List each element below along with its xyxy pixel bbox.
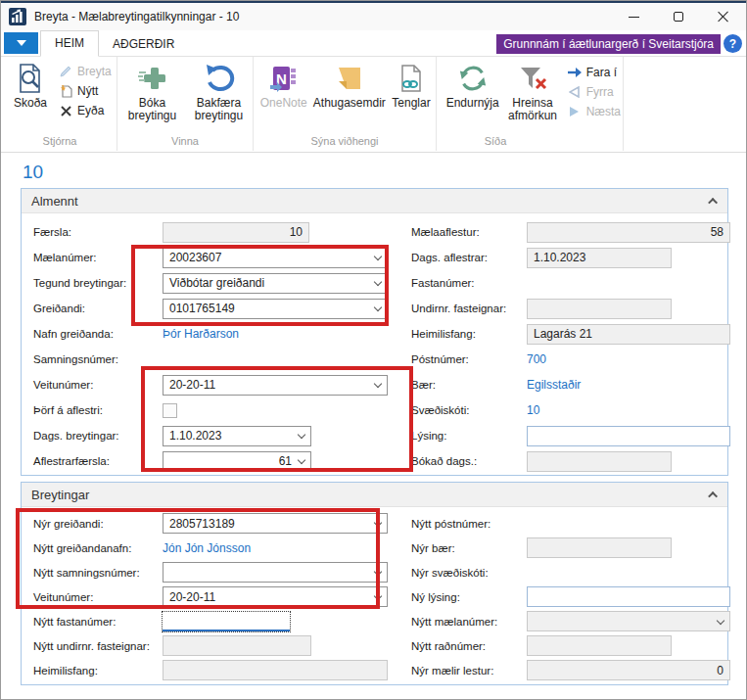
new-document-icon xyxy=(58,83,73,99)
aflestrarfaersla-dropdown[interactable]: 61 xyxy=(163,451,311,472)
section-header-breytingar[interactable]: Breytingar xyxy=(22,483,727,507)
veitunumer-dropdown[interactable]: 20-20-11 xyxy=(163,375,388,396)
undirnr-fasteignar-field xyxy=(527,299,672,319)
page-title: 10 xyxy=(23,162,728,183)
maelanumer-dropdown[interactable]: 20023607 xyxy=(163,248,388,268)
group-label-vinna: Vinna xyxy=(117,134,253,151)
close-button[interactable] xyxy=(701,3,746,30)
tab-adgerdir[interactable]: AÐGERÐIR xyxy=(99,32,188,57)
athugasemdir-button[interactable]: Athugasemdir xyxy=(312,60,388,134)
fyrra-button: Fyrra xyxy=(567,84,621,100)
group-label-stjorna: Stjórna xyxy=(3,134,117,151)
breyta-button: Breyta xyxy=(58,64,112,79)
field-row-faersla: Færsla:10 xyxy=(33,219,388,245)
hreinsa-afmorkun-button[interactable]: Hreinsa afmörkun xyxy=(504,60,560,134)
nafn-greidanda-link[interactable]: Þór Harðarson xyxy=(163,327,239,341)
tegund-breytingar-dropdown[interactable]: Viðbótar greiðandi xyxy=(163,273,388,294)
nytt-button[interactable]: Nýtt xyxy=(58,83,112,99)
section-header-almennt[interactable]: Almennt xyxy=(22,189,727,213)
go-to-arrow-icon xyxy=(567,65,583,80)
ny-lysing-input[interactable] xyxy=(527,586,730,607)
baer-link[interactable]: Egilsstaðir xyxy=(527,378,581,392)
field-row-nytt-postnumer: Nýtt póstnúmer: xyxy=(411,511,730,536)
boka-breytingu-button[interactable]: Bóka breytingu xyxy=(121,60,183,134)
field-row-thorf-a-aflestri: Þörf á aflestri: xyxy=(33,397,388,423)
maelaaflestur-field: 58 xyxy=(527,222,730,243)
field-row-nytt-greidandanafn: Nýtt greiðandanafn:Jón Jón Jónsson xyxy=(33,536,388,560)
clear-filter-icon xyxy=(518,64,547,93)
field-row-ny-lysing: Ný lýsing: xyxy=(411,584,730,609)
field-row-tegund-breytingar: Tegund breytingar:Viðbótar greiðandi xyxy=(33,270,388,296)
nytt-fastanumer-input-focused[interactable] xyxy=(163,612,290,631)
thorf-a-aflestri-checkbox[interactable] xyxy=(163,403,177,418)
field-row-nyr-baer: Nýr bær: xyxy=(411,536,730,560)
nytt-greidandanafn-link[interactable]: Jón Jón Jónsson xyxy=(163,541,251,555)
nyr-baer-field xyxy=(527,537,672,558)
group-label-sida: Síða xyxy=(437,134,554,151)
ribbon: Skoða Breyta Nýtt Eyða Stjórna xyxy=(1,57,746,153)
field-row-heimilisfang-breytingar: Heimilisfang: xyxy=(33,658,388,682)
post-change-plus-icon xyxy=(137,63,168,94)
title-bar: Breyta - Mælabreytingatilkynningar - 10 xyxy=(1,1,746,30)
field-row-svaediskoti: Svæðiskóti:10 xyxy=(411,397,730,423)
chevron-down-icon xyxy=(17,40,26,46)
field-row-dags-aflestrar: Dags. aflestrar:1.10.2023 xyxy=(411,245,730,270)
field-row-undirnr-fasteignar: Undirnr. fasteignar: xyxy=(411,296,730,321)
field-row-bokad-dags: Bókað dags.: xyxy=(411,448,730,474)
field-row-maelanumer: Mælanúmer:20023607 xyxy=(33,245,388,270)
skoda-button[interactable]: Skoða xyxy=(7,60,54,134)
greidandi-dropdown[interactable]: 0101765149 xyxy=(163,299,388,319)
chevron-down-icon xyxy=(298,456,305,464)
nytt-samningsnumer-dropdown[interactable] xyxy=(163,562,388,583)
close-icon xyxy=(718,11,729,23)
eyda-button[interactable]: Eyða xyxy=(58,103,112,118)
undo-arrow-icon xyxy=(204,63,235,94)
app-menu-button[interactable] xyxy=(4,32,38,54)
field-row-fastanumer: Fastanúmer: xyxy=(411,270,730,296)
lysing-input[interactable] xyxy=(527,426,730,446)
postnumer-link[interactable]: 700 xyxy=(527,352,546,366)
help-button[interactable]: ? xyxy=(724,34,742,53)
breytingar-left-column: Nýr greiðandi:2805713189 Nýtt greiðandan… xyxy=(33,511,388,682)
breytingar-right-column: Nýtt póstnúmer: Nýr bær: Nýr svæðiskóti:… xyxy=(411,511,730,682)
maximize-button[interactable] xyxy=(656,3,701,30)
bokad-dags-field xyxy=(527,451,672,472)
almennt-left-column: Færsla:10 Mælanúmer:20023607 Tegund brey… xyxy=(33,219,388,474)
heimilisfang-field: Lagarás 21 xyxy=(527,324,730,345)
chevron-down-icon xyxy=(374,518,382,526)
ribbon-group-stjorna: Skoða Breyta Nýtt Eyða Stjórna xyxy=(3,57,117,151)
minimize-button[interactable] xyxy=(611,3,656,30)
onenote-icon: N xyxy=(269,64,299,93)
next-triangle-icon xyxy=(567,104,583,119)
field-row-nytt-samningsnumer: Nýtt samningsnúmer: xyxy=(33,560,388,584)
window-title: Breyta - Mælabreytingatilkynningar - 10 xyxy=(34,10,611,23)
field-row-veitunumer: Veitunúmer:20-20-11 xyxy=(33,372,388,397)
field-row-nytt-radnumer: Nýtt raðnúmer: xyxy=(411,633,730,658)
field-row-baer: Bær:Egilsstaðir xyxy=(411,372,730,397)
minimize-icon xyxy=(629,17,639,18)
svaediskoti-link[interactable]: 10 xyxy=(527,403,539,417)
field-row-greidandi: Greiðandi:0101765149 xyxy=(33,296,388,321)
collapse-chevron-icon[interactable] xyxy=(708,490,718,500)
dags-breytingar-dropdown[interactable]: 1.10.2023 xyxy=(163,426,311,446)
nytt-radnumer-field xyxy=(527,635,672,656)
links-document-icon xyxy=(398,64,424,93)
bakfaera-breytingu-button[interactable]: Bakfæra breytingu xyxy=(187,60,251,134)
note-icon xyxy=(336,65,363,92)
page-content: 10 Almennt Færsla:10 Mælanúmer:20023607 … xyxy=(1,153,746,685)
tenglar-button[interactable]: Tenglar xyxy=(389,60,434,134)
tab-heim[interactable]: HEIM xyxy=(40,30,99,57)
field-row-dags-breytingar: Dags. breytingar:1.10.2023 xyxy=(33,423,388,448)
heimilisfang-breytingar-field xyxy=(163,660,388,680)
section-title: Breytingar xyxy=(31,488,89,502)
field-row-nytt-undirnr-fasteignar: Nýtt undirnr. fasteignar: xyxy=(33,633,388,658)
veitunumer-breytingar-dropdown[interactable]: 20-20-11 xyxy=(163,586,388,607)
group-label-syna-vidhengi: Sýna viðhengi xyxy=(254,134,436,151)
field-row-aflestrarfaersla: Aflestrarfærsla:61 xyxy=(33,448,388,474)
endurnyja-button[interactable]: Endurnýja xyxy=(443,60,502,134)
field-row-nafn-greidanda: Nafn greiðanda:Þór Harðarson xyxy=(33,321,388,347)
collapse-chevron-icon[interactable] xyxy=(708,197,718,207)
fara-i-button[interactable]: Fara í xyxy=(567,65,621,80)
nyr-greidandi-dropdown[interactable]: 2805713189 xyxy=(163,513,388,534)
almennt-right-column: Mælaaflestur:58 Dags. aflestrar:1.10.202… xyxy=(411,219,730,474)
